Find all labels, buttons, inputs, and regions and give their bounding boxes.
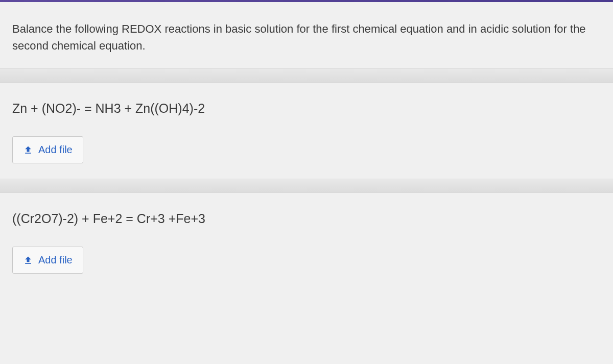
upload-icon [23,255,33,265]
section-separator [0,179,613,193]
section-separator [0,68,613,83]
instruction-text: Balance the following REDOX reactions in… [12,20,601,54]
upload-icon [23,145,33,155]
add-file-button-2[interactable]: Add file [12,247,83,274]
add-file-label: Add file [38,254,73,266]
add-file-button-1[interactable]: Add file [12,136,83,163]
question-block-2: ((Cr2O7)-2) + Fe+2 = Cr+3 +Fe+3 Add file [0,193,613,289]
instruction-block: Balance the following REDOX reactions in… [0,2,613,68]
add-file-label: Add file [38,144,73,156]
equation-text-1: Zn + (NO2)- = NH3 + Zn((OH)4)-2 [12,101,601,116]
equation-text-2: ((Cr2O7)-2) + Fe+2 = Cr+3 +Fe+3 [12,211,601,226]
question-block-1: Zn + (NO2)- = NH3 + Zn((OH)4)-2 Add file [0,83,613,179]
